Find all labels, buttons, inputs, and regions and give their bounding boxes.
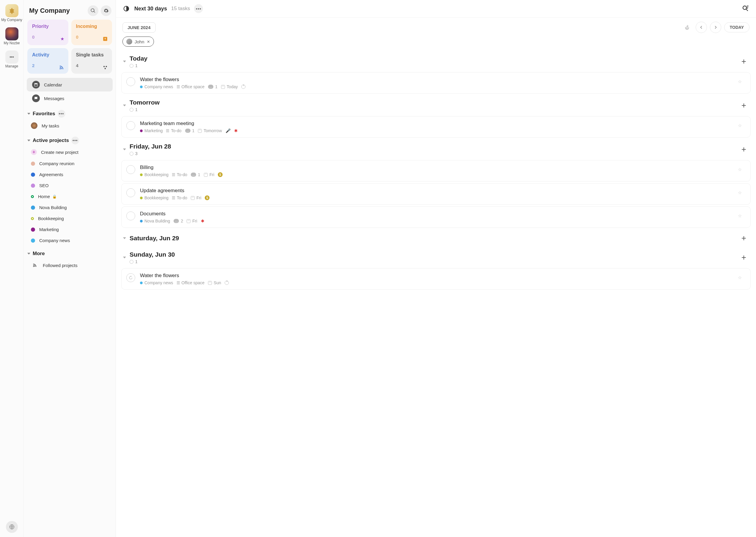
today-button[interactable]: TODAY — [724, 22, 749, 32]
globe-button[interactable] — [6, 521, 18, 533]
nozbe-avatar-icon — [5, 27, 19, 40]
favorites-item-mytasks[interactable]: My tasks — [24, 119, 115, 132]
task-date[interactable]: Fri — [191, 195, 201, 200]
task-checkbox[interactable] — [126, 121, 135, 130]
chevron-down-icon[interactable] — [123, 104, 126, 106]
card-single-tasks[interactable]: Single tasks 4 — [71, 48, 112, 74]
task-date[interactable]: Fri — [187, 219, 197, 223]
chevron-down-icon[interactable] — [123, 148, 126, 150]
task-row[interactable]: Update agreementsBookkeepingTo-doFriS☆ — [121, 183, 751, 205]
add-task-button[interactable]: + — [739, 57, 749, 66]
add-task-button[interactable]: + — [739, 145, 749, 154]
card-incoming[interactable]: Incoming 0 — [71, 20, 112, 45]
task-section[interactable]: To-do — [172, 195, 187, 200]
task-project[interactable]: Bookkeeping — [140, 195, 168, 200]
task-checkbox[interactable] — [126, 188, 135, 197]
rail-item-manage[interactable]: ••• Manage — [0, 49, 23, 70]
nav-messages[interactable]: Messages — [27, 92, 112, 105]
project-item[interactable]: Company news — [24, 235, 115, 246]
project-item[interactable]: Agreements — [24, 169, 115, 180]
task-comments[interactable]: …2 — [174, 219, 183, 223]
repeat-icon — [241, 85, 245, 89]
task-checkbox[interactable] — [126, 77, 135, 86]
streak-button[interactable] — [682, 22, 693, 33]
task-date[interactable]: Fri — [204, 172, 214, 177]
group-header[interactable]: Friday, Jun 283+ — [121, 139, 751, 158]
add-task-button[interactable]: + — [739, 233, 749, 243]
task-project[interactable]: Company news — [140, 280, 173, 285]
task-date[interactable]: Today — [221, 84, 238, 89]
task-date[interactable]: Sun — [208, 280, 221, 285]
task-comments[interactable]: …1 — [208, 84, 217, 89]
favorites-more-button[interactable]: ••• — [58, 110, 66, 118]
group-header[interactable]: Today1+ — [121, 51, 751, 70]
prev-button[interactable] — [696, 22, 707, 33]
section-active-projects[interactable]: Active projects ••• — [24, 132, 115, 146]
create-project-button[interactable]: + Create new project — [24, 146, 115, 158]
task-checkbox[interactable] — [126, 212, 135, 220]
avatar-icon — [126, 39, 132, 45]
task-comments[interactable]: …1 — [185, 128, 195, 133]
rail-item-nozbe[interactable]: My Nozbe — [0, 25, 23, 47]
followed-projects[interactable]: Followed projects — [24, 258, 115, 272]
card-activity[interactable]: Activity 2 — [27, 48, 68, 74]
task-section[interactable]: To-do — [166, 128, 181, 133]
card-priority[interactable]: Priority 0 ★ — [27, 20, 68, 45]
section-favorites[interactable]: Favorites ••• — [24, 105, 115, 119]
month-pill[interactable]: JUNE 2024 — [122, 22, 156, 33]
task-project[interactable]: Company news — [140, 84, 173, 89]
star-button[interactable]: ☆ — [738, 275, 746, 283]
project-item[interactable]: Nova Building — [24, 202, 115, 213]
nav-calendar[interactable]: Calendar — [27, 78, 112, 92]
layout-toggle-button[interactable] — [122, 5, 130, 13]
task-row[interactable]: Water the flowersCompany newsOffice spac… — [121, 72, 751, 94]
view-more-button[interactable]: ••• — [194, 4, 203, 13]
next-button[interactable] — [710, 22, 721, 33]
project-item[interactable]: Marketing — [24, 224, 115, 235]
company-logo-icon — [5, 4, 19, 17]
task-section[interactable]: To-do — [172, 172, 187, 177]
task-project[interactable]: Nova Building — [140, 219, 170, 223]
task-row[interactable]: Water the flowersCompany newsOffice spac… — [121, 268, 751, 290]
filter-button[interactable] — [742, 5, 749, 13]
project-item[interactable]: SEO — [24, 180, 115, 191]
project-item[interactable]: Bookkeeping — [24, 213, 115, 224]
chevron-down-icon[interactable] — [123, 237, 126, 239]
projects-more-button[interactable]: ••• — [71, 137, 79, 145]
task-row[interactable]: BillingBookkeepingTo-do…1FriS☆ — [121, 160, 751, 182]
user-avatar-icon — [31, 122, 37, 129]
task-checkbox[interactable] — [126, 165, 135, 174]
group-header[interactable]: Saturday, Jun 29+ — [121, 229, 751, 246]
task-project[interactable]: Marketing — [140, 128, 162, 133]
filter-chip-person[interactable]: John ✕ — [122, 36, 154, 47]
star-button[interactable]: ☆ — [738, 167, 746, 175]
section-more[interactable]: More — [24, 246, 115, 258]
rail-item-company[interactable]: My Company — [0, 2, 23, 24]
task-project[interactable]: Bookkeeping — [140, 172, 168, 177]
add-task-button[interactable]: + — [739, 252, 749, 263]
task-section[interactable]: Office space — [177, 84, 205, 89]
rail-label: My Company — [1, 18, 22, 22]
group-header[interactable]: Tomorrow1+ — [121, 95, 751, 114]
star-button[interactable]: ☆ — [738, 79, 746, 87]
task-comments[interactable]: …1 — [191, 172, 200, 177]
project-item[interactable]: Home🔒 — [24, 191, 115, 202]
star-button[interactable]: ☆ — [738, 123, 746, 131]
task-title: Marketing team meeting — [140, 121, 733, 127]
group-header[interactable]: Sunday, Jun 301+ — [121, 247, 751, 267]
chevron-down-icon[interactable] — [123, 61, 126, 62]
project-item[interactable]: Company reunion — [24, 158, 115, 169]
close-icon[interactable]: ✕ — [147, 39, 150, 44]
star-button[interactable]: ☆ — [738, 190, 746, 198]
add-task-button[interactable]: + — [739, 101, 749, 110]
task-date[interactable]: Tomorrow — [198, 128, 222, 133]
task-row[interactable]: Marketing team meetingMarketingTo-do…1To… — [121, 116, 751, 138]
settings-button[interactable] — [101, 5, 111, 16]
task-row[interactable]: DocumentsNova Building…2Fri✱☆ — [121, 206, 751, 228]
task-checkbox[interactable] — [126, 273, 135, 282]
search-button[interactable] — [88, 5, 98, 16]
star-button[interactable]: ☆ — [738, 213, 746, 221]
plus-icon: + — [31, 149, 37, 155]
task-section[interactable]: Office space — [177, 280, 205, 285]
chevron-down-icon[interactable] — [123, 257, 126, 258]
